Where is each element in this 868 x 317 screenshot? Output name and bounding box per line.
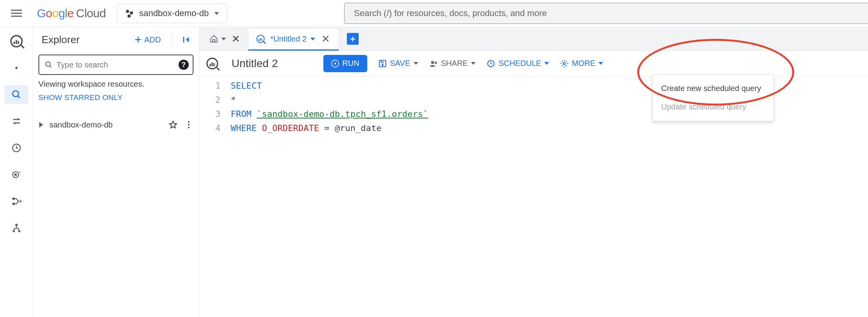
query-tab-active[interactable]: *Untitled 2 ✕: [248, 28, 339, 51]
project-icon: [125, 9, 134, 18]
col-name: O_ORDERDATE: [262, 123, 319, 133]
svg-point-19: [188, 124, 190, 126]
svg-rect-12: [18, 230, 20, 232]
run-button[interactable]: RUN: [323, 55, 367, 72]
spacer: [38, 107, 193, 111]
chevron-down-icon: [598, 62, 603, 65]
line-number: 4: [199, 121, 221, 135]
svg-point-9: [13, 203, 14, 204]
project-picker[interactable]: sandbox-demo-db: [117, 4, 227, 23]
expand-icon[interactable]: [39, 122, 43, 128]
kw-select: SELECT: [231, 81, 262, 91]
run-button-label: RUN: [342, 59, 359, 68]
save-button[interactable]: SAVE: [378, 59, 418, 68]
document-title: Untitled 2: [232, 57, 278, 70]
search-icon: [45, 61, 53, 69]
save-label: SAVE: [390, 59, 410, 68]
chevron-down-icon: [471, 62, 476, 65]
explorer-search-field[interactable]: ?: [38, 55, 193, 75]
show-starred-link[interactable]: SHOW STARRED ONLY: [38, 93, 193, 102]
help-icon[interactable]: ?: [179, 60, 189, 70]
more-button[interactable]: MORE: [560, 59, 603, 68]
search-wrap: [344, 3, 868, 24]
rail-search-icon[interactable]: [5, 85, 28, 104]
svg-rect-0: [11, 10, 22, 11]
rail-target-icon[interactable]: [5, 165, 28, 184]
save-icon: [378, 59, 387, 68]
svg-rect-2: [11, 16, 22, 17]
svg-point-3: [13, 91, 18, 97]
project-name: sandbox-demo-db: [139, 8, 209, 18]
explorer-body: ? Viewing workspace resources. SHOW STAR…: [33, 52, 199, 134]
rail-transfer-icon[interactable]: [5, 112, 28, 131]
share-button[interactable]: SHARE: [429, 59, 476, 68]
chevron-down-icon[interactable]: [310, 38, 315, 40]
kw-from: FROM: [231, 109, 252, 119]
more-label: MORE: [572, 59, 595, 68]
update-scheduled-query-item: Update scheduled query: [653, 98, 773, 116]
rail-dot-icon[interactable]: [5, 58, 28, 77]
rail-tree-icon[interactable]: [5, 219, 28, 237]
logo-product-text: Cloud: [76, 7, 106, 20]
home-tab[interactable]: ✕: [204, 27, 248, 50]
svg-point-10: [15, 224, 18, 226]
star-icon[interactable]: [168, 120, 178, 129]
svg-rect-1: [11, 13, 22, 14]
global-search-input[interactable]: [344, 3, 868, 24]
home-icon: [210, 35, 218, 43]
schedule-dropdown: Create new scheduled query Update schedu…: [652, 74, 774, 121]
explorer-header: Explorer ADD: [33, 27, 199, 52]
svg-point-23: [431, 61, 434, 64]
explorer-title: Explorer: [42, 34, 127, 46]
svg-line-4: [18, 96, 20, 98]
schedule-label: SCHEDULE: [498, 59, 541, 68]
chevron-down-icon: [414, 62, 418, 65]
close-tab-icon[interactable]: ✕: [319, 33, 332, 45]
left-icon-rail: [0, 27, 33, 317]
share-label: SHARE: [441, 59, 468, 68]
line-number: 1: [199, 79, 221, 93]
query-tab-icon: [257, 35, 265, 43]
chevron-down-icon: [214, 12, 219, 15]
schedule-button[interactable]: SCHEDULE: [487, 59, 549, 68]
rail-clock-icon[interactable]: [5, 138, 28, 157]
rail-migrate-icon[interactable]: [5, 192, 28, 211]
chevron-down-icon: [544, 62, 549, 65]
table-ref: `sandbox-demo-db.tpch_sf1.orders`: [257, 109, 428, 119]
explorer-search-input[interactable]: [57, 60, 175, 69]
workspace: ✕ *Untitled 2 ✕ ＋ Untitled 2 RUN SAVE: [199, 27, 868, 317]
kw-where: WHERE: [231, 123, 257, 133]
menu-icon[interactable]: [7, 4, 26, 23]
rail-bigquery-icon[interactable]: [5, 32, 28, 51]
gear-icon: [560, 59, 569, 68]
clock-icon: [487, 59, 495, 68]
svg-point-7: [15, 174, 16, 175]
explorer-panel: Explorer ADD ? Viewing workspace resourc…: [33, 27, 199, 317]
share-icon: [429, 59, 438, 68]
svg-point-8: [13, 198, 14, 199]
project-tree-row[interactable]: sandbox-demo-db: [38, 115, 193, 134]
new-tab-button[interactable]: ＋: [347, 33, 359, 45]
query-tab-label: *Untitled 2: [270, 35, 306, 44]
chevron-down-icon[interactable]: [221, 38, 226, 40]
main-area: Explorer ADD ? Viewing workspace resourc…: [0, 27, 868, 317]
svg-rect-14: [135, 39, 141, 40]
play-icon: [331, 60, 339, 67]
svg-point-25: [563, 62, 566, 65]
svg-point-18: [188, 121, 190, 123]
bigquery-icon: [206, 58, 218, 69]
svg-rect-15: [183, 37, 184, 43]
tab-strip: ✕ *Untitled 2 ✕ ＋: [199, 27, 868, 51]
line-gutter: 1 2 3 4: [199, 77, 227, 317]
project-node-label: sandbox-demo-db: [49, 120, 113, 129]
add-button[interactable]: ADD: [130, 33, 165, 47]
code-area[interactable]: SELECT * FROM `sandbox-demo-db.tpch_sf1.…: [227, 77, 428, 317]
svg-rect-11: [13, 230, 15, 232]
line-number: 3: [199, 107, 221, 121]
collapse-panel-button[interactable]: [179, 33, 193, 46]
create-scheduled-query-item[interactable]: Create new scheduled query: [653, 79, 773, 98]
close-home-tab[interactable]: ✕: [229, 33, 243, 45]
google-cloud-logo[interactable]: GoogleCloud: [37, 4, 106, 23]
svg-point-16: [46, 62, 51, 67]
more-vert-icon[interactable]: [184, 120, 193, 129]
